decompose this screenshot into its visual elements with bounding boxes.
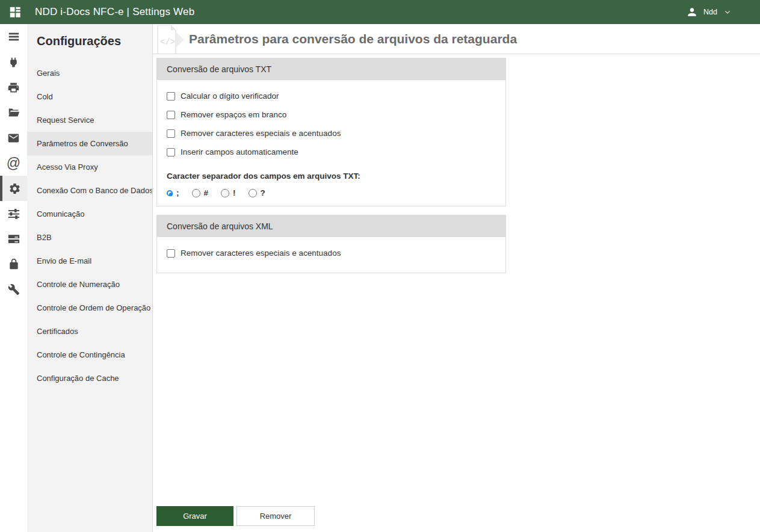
checkbox[interactable] <box>167 111 175 119</box>
sidebar-item-request-service[interactable]: Request Service <box>27 108 152 132</box>
page-header: </> Parâmetros para conversão de arquivo… <box>153 24 760 54</box>
sidebar-item-printing[interactable] <box>0 75 27 100</box>
user-name: Ndd <box>703 8 717 16</box>
sliders-icon <box>7 207 20 220</box>
checkbox-label: Remover caracteres especiais e acentuado… <box>181 129 341 138</box>
checkbox-row-remover-caracteres-xml[interactable]: Remover caracteres especiais e acentuado… <box>167 244 496 262</box>
app-logo-icon <box>8 5 23 19</box>
form-actions: Gravar Remover <box>153 506 760 532</box>
printer-icon <box>7 81 20 94</box>
code-file-icon: </> <box>153 25 188 54</box>
sidebar-item-cold[interactable]: Cold <box>27 85 152 108</box>
server-icon <box>7 232 20 246</box>
sidebar-item-parametros-de-conversao[interactable]: Parâmetros de Conversão <box>27 132 152 155</box>
sidebar-item-b2b[interactable]: B2B <box>27 226 152 249</box>
main-content: </> Parâmetros para conversão de arquivo… <box>152 24 760 532</box>
radio-button-selected[interactable] <box>167 190 173 196</box>
settings-sidebar: Configurações Gerais Cold Request Servic… <box>27 24 152 532</box>
sidebar-item-servers[interactable] <box>0 226 27 252</box>
sidebar-item-certificados[interactable]: Certificados <box>27 320 152 343</box>
plug-icon <box>7 56 20 69</box>
checkbox-label: Inserir campos automaticamente <box>181 147 298 156</box>
sidebar-item-tools[interactable] <box>0 277 27 302</box>
txt-conversion-card: Conversão de arquivos TXT Calcular o díg… <box>156 58 506 206</box>
settings-menu: Gerais Cold Request Service Parâmetros d… <box>27 61 152 390</box>
sidebar-item-controle-ordem-operacao[interactable]: Controle de Ordem de Operação <box>27 296 152 320</box>
sidebar-item-files[interactable] <box>0 100 27 125</box>
sidebar-item-email-accounts[interactable]: @ <box>0 150 27 176</box>
sidebar-item-menu[interactable] <box>0 24 27 49</box>
sidebar-item-gerais[interactable]: Gerais <box>27 61 152 85</box>
radio-button[interactable] <box>221 189 229 197</box>
xml-conversion-card: Conversão de arquivos XML Remover caract… <box>156 215 506 273</box>
sidebar-item-controle-de-numeracao[interactable]: Controle de Numeração <box>27 273 152 296</box>
app-window: NDD i-Docs NFC-e | Settings Web Ndd <box>0 0 760 532</box>
checkbox-label: Remover espaços em branco <box>181 110 286 119</box>
sidebar-item-parameters[interactable] <box>0 201 27 226</box>
sidebar-item-conexao-banco-dados[interactable]: Conexão Com o Banco de Dados <box>27 179 152 202</box>
checkbox-row-inserir-campos[interactable]: Inserir campos automaticamente <box>167 143 496 161</box>
sidebar-heading: Configurações <box>27 24 152 48</box>
sidebar-item-mail[interactable] <box>0 125 27 150</box>
checkbox-row-remover-caracteres-txt[interactable]: Remover caracteres especiais e acentuado… <box>167 124 496 143</box>
radio-option-hash[interactable]: # <box>192 188 209 197</box>
save-button[interactable]: Gravar <box>156 506 233 526</box>
checkbox[interactable] <box>167 129 175 138</box>
checkbox-row-calcular-digito[interactable]: Calcular o dígito verificador <box>167 87 496 105</box>
lock-icon <box>8 258 20 270</box>
wrench-icon <box>8 283 20 295</box>
icon-sidebar: @ <box>0 24 27 532</box>
menu-icon <box>7 30 20 43</box>
envelope-icon <box>7 132 20 144</box>
xml-card-title: Conversão de arquivos XML <box>157 215 505 237</box>
checkbox[interactable] <box>167 92 175 101</box>
user-icon <box>686 6 698 18</box>
sidebar-item-configuracao-de-cache[interactable]: Configuração de Cache <box>27 367 152 390</box>
radio-option-question[interactable]: ? <box>249 188 265 197</box>
radio-option-exclamation[interactable]: ! <box>221 188 236 197</box>
sidebar-item-comunicacao[interactable]: Comunicação <box>27 202 152 226</box>
sidebar-item-security[interactable] <box>0 252 27 277</box>
checkbox[interactable] <box>167 249 175 258</box>
sidebar-item-controle-de-contingencia[interactable]: Controle de Contingência <box>27 343 152 367</box>
separator-radio-group: ; # ! ? <box>167 188 496 197</box>
remove-button[interactable]: Remover <box>236 506 315 526</box>
folder-open-icon <box>7 106 20 119</box>
chevron-down-icon <box>723 7 732 17</box>
svg-text:</>: </> <box>160 37 175 47</box>
txt-card-title: Conversão de arquivos TXT <box>157 58 505 80</box>
checkbox[interactable] <box>167 148 175 156</box>
at-sign-icon: @ <box>7 156 20 170</box>
checkbox-label: Calcular o dígito verificador <box>181 91 279 101</box>
radio-button[interactable] <box>249 189 257 197</box>
app-title: NDD i-Docs NFC-e | Settings Web <box>35 6 194 18</box>
gear-icon <box>8 182 21 195</box>
user-menu[interactable]: Ndd <box>686 6 732 18</box>
checkbox-row-remover-espacos[interactable]: Remover espaços em branco <box>167 105 496 124</box>
sidebar-item-settings[interactable] <box>0 176 27 201</box>
sidebar-item-envio-de-email[interactable]: Envio de E-mail <box>27 249 152 273</box>
sidebar-item-connections[interactable] <box>0 49 27 75</box>
separator-label: Caracter separador dos campos em arquivo… <box>167 172 496 181</box>
radio-option-semicolon[interactable]: ; <box>167 188 179 197</box>
radio-button[interactable] <box>192 189 200 197</box>
sidebar-item-acesso-via-proxy[interactable]: Acesso Via Proxy <box>27 155 152 179</box>
page-title: Parâmetros para conversão de arquivos da… <box>189 32 517 46</box>
settings-cards: Conversão de arquivos TXT Calcular o díg… <box>153 54 760 282</box>
checkbox-label: Remover caracteres especiais e acentuado… <box>181 249 341 258</box>
topbar: NDD i-Docs NFC-e | Settings Web Ndd <box>0 0 760 24</box>
